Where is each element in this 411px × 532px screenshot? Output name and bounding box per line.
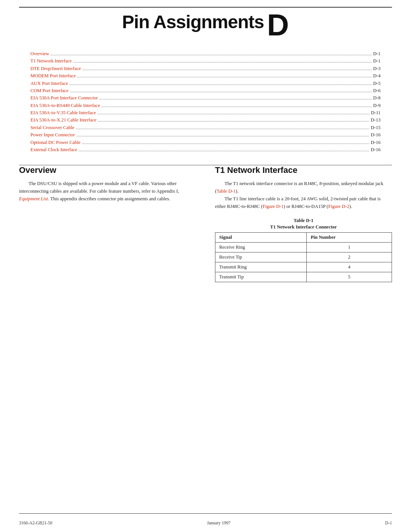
toc-entry: EIA 530A-to-RS449 Cable InterfaceD-9 [30, 102, 381, 109]
toc-page: D-15 [371, 124, 381, 131]
overview-paragraph: The DSU/CSU is shipped with a power modu… [19, 180, 196, 203]
toc-dots [73, 62, 371, 62]
toc-link[interactable]: External Clock Interface [30, 146, 77, 153]
toc-entry: DTE Drop/Insert InterfaceD-3 [30, 65, 381, 72]
toc-link[interactable]: MODEM Port Interface [30, 72, 76, 80]
toc-entry: OverviewD-1 [30, 50, 381, 58]
toc-link[interactable]: EIA 530A-to-V.35 Cable Interface [30, 109, 96, 117]
toc-entry: COM Port InterfaceD-6 [30, 87, 381, 94]
table-row: Receive Tip2 [215, 252, 392, 262]
overview-section: Overview The DSU/CSU is shipped with a p… [19, 165, 207, 282]
table-row: Receive Ring1 [215, 243, 392, 252]
toc-dots [102, 107, 372, 107]
footer-left: 3160-A2-GB21-50 [19, 521, 53, 525]
toc-page: D-5 [373, 80, 381, 87]
table-header-row: Signal Pin Number [215, 233, 392, 243]
toc-page: D-9 [373, 102, 381, 109]
chapter-title-area: Pin Assignments D [0, 8, 411, 50]
toc-dots [97, 114, 370, 114]
t1-paragraph-1: The T1 network interface connector is an… [215, 180, 392, 195]
footer: 3160-A2-GB21-50 January 1997 D-1 [19, 521, 392, 525]
pin-cell: 2 [307, 252, 392, 262]
toc-entry: Power Input ConnectorD-16 [30, 131, 381, 139]
toc-link[interactable]: Optional DC Power Cable [30, 139, 81, 146]
t1-para2-mid: ) or RJ48C-to-DA15P ( [284, 204, 328, 209]
toc-entry: MODEM Port InterfaceD-4 [30, 72, 381, 80]
toc-entry: EIA 530A Port Interface ConnectorD-8 [30, 94, 381, 102]
toc-link[interactable]: T1 Network Interface [30, 58, 72, 65]
toc-link[interactable]: EIA 530A-to-X.21 Cable Interface [30, 117, 97, 124]
toc-dots [79, 151, 369, 151]
pin-cell: 5 [307, 272, 392, 282]
col-pin-header: Pin Number [307, 233, 392, 243]
t1-table: Signal Pin Number Receive Ring1Receive T… [215, 232, 392, 282]
figure-d1-link[interactable]: Figure D-1 [263, 204, 284, 209]
toc-entry: Optional DC Power CableD-16 [30, 139, 381, 146]
toc-entry: External Clock InterfaceD-16 [30, 146, 381, 153]
toc-entry: Serial Crossover CableD-15 [30, 124, 381, 131]
toc-link[interactable]: EIA 530A-to-RS449 Cable Interface [30, 102, 100, 109]
t1-para1-pre: The T1 network interface connector is an… [215, 181, 383, 194]
signal-cell: Receive Ring [215, 243, 307, 252]
signal-cell: Transmit Tip [215, 272, 307, 282]
table-caption-line1: Table D-1 [215, 218, 392, 224]
t1-table-container: Table D-1 T1 Network Interface Connector… [215, 218, 392, 282]
content-columns: Overview The DSU/CSU is shipped with a p… [0, 165, 411, 282]
toc-link[interactable]: COM Port Interface [30, 87, 68, 94]
t1-paragraph-2: The T1 line interface cable is a 20-foot… [215, 195, 392, 210]
bottom-rule [19, 513, 392, 514]
toc-dots [82, 144, 370, 144]
t1-network-heading: T1 Network Interface [215, 165, 392, 175]
toc-link[interactable]: Power Input Connector [30, 131, 75, 139]
toc-area: OverviewD-1T1 Network InterfaceD-1DTE Dr… [0, 50, 411, 165]
table-d1-link[interactable]: Table D-1 [217, 189, 236, 194]
footer-right: D-1 [385, 521, 392, 525]
toc-page: D-1 [373, 58, 381, 65]
signal-cell: Transmit Ring [215, 262, 307, 272]
figure-d2-link[interactable]: Figure D-2 [328, 204, 349, 209]
pin-cell: 4 [307, 262, 392, 272]
toc-link[interactable]: Serial Crossover Cable [30, 124, 74, 131]
signal-cell: Receive Tip [215, 252, 307, 262]
chapter-letter: D [267, 11, 289, 39]
footer-center: January 1997 [207, 521, 231, 525]
overview-text-1: The DSU/CSU is shipped with a power modu… [19, 181, 179, 194]
toc-page: D-16 [371, 146, 381, 153]
toc-page: D-6 [373, 87, 381, 94]
toc-entry: EIA 530A-to-V.35 Cable InterfaceD-11 [30, 109, 381, 117]
t1-para1-post: ). [236, 189, 238, 194]
toc-dots [76, 129, 369, 129]
toc-dots [70, 92, 372, 92]
table-caption-line2: T1 Network Interface Connector [215, 224, 392, 230]
toc-page: D-13 [371, 117, 381, 124]
toc-page: D-11 [371, 109, 381, 117]
overview-heading: Overview [19, 165, 196, 175]
t1-network-section: T1 Network Interface The T1 network inte… [207, 165, 392, 282]
toc-dots [99, 99, 372, 99]
toc-page: D-16 [371, 139, 381, 146]
pin-cell: 1 [307, 243, 392, 252]
toc-dots [70, 85, 372, 85]
table-row: Transmit Ring4 [215, 262, 392, 272]
toc-link[interactable]: DTE Drop/Insert Interface [30, 65, 81, 72]
toc-dots [76, 136, 370, 136]
toc-entry: T1 Network InterfaceD-1 [30, 58, 381, 65]
toc-dots [83, 70, 372, 70]
toc-dots [77, 77, 371, 77]
toc-page: D-8 [373, 94, 381, 102]
toc-entry: AUX Port InterfaceD-5 [30, 80, 381, 87]
toc-link[interactable]: AUX Port Interface [30, 80, 68, 87]
equipment-list-link[interactable]: Equipment List [19, 196, 48, 201]
toc-link[interactable]: EIA 530A Port Interface Connector [30, 94, 98, 102]
toc-link[interactable]: Overview [30, 50, 49, 58]
chapter-title-text: Pin Assignments [122, 11, 264, 32]
toc-page: D-1 [373, 50, 381, 58]
t1-para2-post: ). [349, 204, 352, 209]
col-signal-header: Signal [215, 233, 307, 243]
toc-entry: EIA 530A-to-X.21 Cable InterfaceD-13 [30, 117, 381, 124]
toc-page: D-4 [373, 72, 381, 80]
toc-dots [98, 121, 370, 121]
toc-page: D-3 [373, 65, 381, 72]
toc-dots [51, 55, 371, 55]
table-row: Transmit Tip5 [215, 272, 392, 282]
